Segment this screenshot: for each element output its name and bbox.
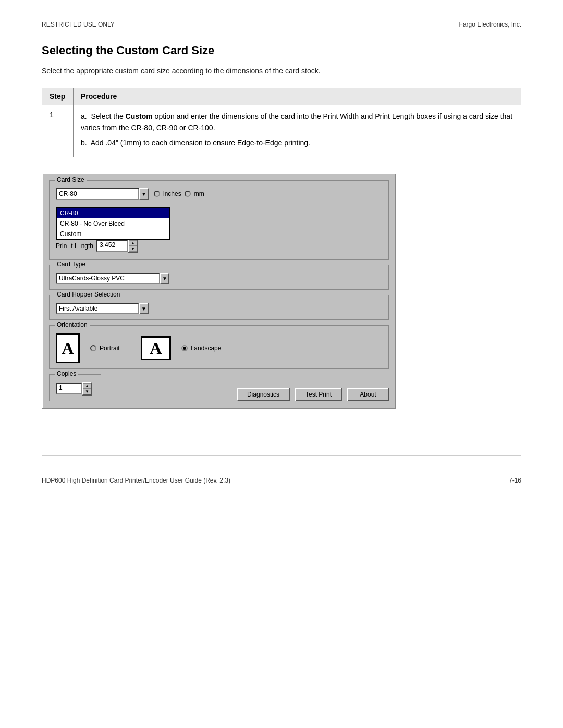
header-left: RESTRICTED USE ONLY [42,21,115,28]
card-size-dropdown-popup[interactable]: CR-80 CR-80 - No Over Bleed Custom [56,207,170,240]
procedure-content: a. Select the Custom option and enter th… [74,105,521,157]
landscape-radio-group: Landscape [181,344,222,352]
copies-spinbox-down[interactable]: ▼ [83,389,91,394]
dropdown-item-cr80-no-bleed[interactable]: CR-80 - No Over Bleed [57,218,169,229]
card-type-dropdown-arrow[interactable]: ▼ [160,273,169,284]
diagnostics-button[interactable]: Diagnostics [237,388,290,401]
card-size-dropdown-arrow[interactable]: ▼ [139,188,149,200]
table-col-procedure: Procedure [74,88,521,105]
intro-text: Select the appropriate custom card size … [42,67,521,75]
dropdown-item-custom[interactable]: Custom [57,229,169,239]
landscape-label: Landscape [191,344,222,352]
orientation-row: A Portrait A Landscape [56,333,382,363]
action-buttons: Diagnostics Test Print About [237,388,389,401]
copies-spinbox-arrows[interactable]: ▲ ▼ [82,382,92,396]
footer: HDP600 High Definition Card Printer/Enco… [42,455,521,484]
landscape-icon: A [141,336,171,360]
orientation-group-label: Orientation [55,321,90,328]
spinbox-down-arrow[interactable]: ▼ [129,246,137,252]
hopper-select-value[interactable]: First Available [56,303,139,314]
landscape-radio[interactable] [181,345,188,351]
procedure-item-a: a. Select the Custom option and enter th… [81,110,513,134]
print-length-label: ngth [81,242,93,250]
hopper-select-wrap[interactable]: First Available ▼ [56,303,382,314]
portrait-radio-group: Portrait [90,344,120,352]
card-size-select-wrap[interactable]: CR-80 ▼ [56,188,149,200]
procedure-table: Step Procedure 1 a. Select the Custom op… [42,88,521,157]
bottom-row: Copies 1 ▲ ▼ Diagnostics Test Print Abou… [49,374,389,401]
dropdown-item-cr80[interactable]: CR-80 [57,208,169,218]
radio-inches[interactable] [154,191,160,197]
test-print-button[interactable]: Test Print [295,388,342,401]
table-row: 1 a. Select the Custom option and enter … [42,105,521,157]
card-type-select-value[interactable]: UltraCards-Glossy PVC [56,273,160,284]
radio-mm[interactable] [185,191,191,197]
radio-inches-label: inches [163,190,181,198]
card-type-select-wrap[interactable]: UltraCards-Glossy PVC ▼ [56,273,382,284]
card-type-group-label: Card Type [55,261,88,268]
print-width-label: t L [71,242,78,250]
copies-spinbox[interactable]: 1 ▲ ▼ [56,382,94,396]
orientation-group: Orientation A Portrait A [49,325,389,369]
spinbox-up-arrow[interactable]: ▲ [129,240,137,246]
hopper-group-label: Card Hopper Selection [55,291,122,298]
card-type-group: Card Type UltraCards-Glossy PVC ▼ [49,265,389,290]
page-title: Selecting the Custom Card Size [42,44,521,57]
radio-mm-label: mm [194,190,204,198]
copies-group-label: Copies [55,370,78,377]
card-size-group-label: Card Size [55,176,87,183]
dialog-box: Card Size CR-80 ▼ inches mm [42,173,396,409]
portrait-radio[interactable] [90,345,96,351]
copies-value[interactable]: 1 [56,383,82,394]
portrait-icon: A [56,333,80,363]
print-label: Prin [56,242,67,250]
copies-spinbox-up[interactable]: ▲ [83,383,91,389]
header-right: Fargo Electronics, Inc. [459,21,521,28]
card-size-select-value[interactable]: CR-80 [56,188,139,200]
copies-group: Copies 1 ▲ ▼ [49,374,101,401]
portrait-label: Portrait [100,344,120,352]
spinbox-arrows[interactable]: ▲ ▼ [128,239,138,253]
print-length-spinbox[interactable]: 3.452 ▲ ▼ [96,239,138,253]
footer-left: HDP600 High Definition Card Printer/Enco… [42,477,230,484]
print-dimensions-row: Prin t L ngth 3.452 ▲ ▼ [56,239,382,253]
footer-right: 7-16 [509,477,521,484]
radio-group-units: inches mm [154,190,204,198]
table-col-step: Step [42,88,74,105]
about-button[interactable]: About [347,388,389,401]
print-length-value[interactable]: 3.452 [96,240,128,252]
hopper-group: Card Hopper Selection First Available ▼ [49,295,389,320]
hopper-dropdown-arrow[interactable]: ▼ [139,303,149,314]
card-size-group: Card Size CR-80 ▼ inches mm [49,180,389,260]
procedure-item-b: b. Add .04" (1mm) to each dimension to e… [81,137,513,149]
step-number: 1 [42,105,74,157]
